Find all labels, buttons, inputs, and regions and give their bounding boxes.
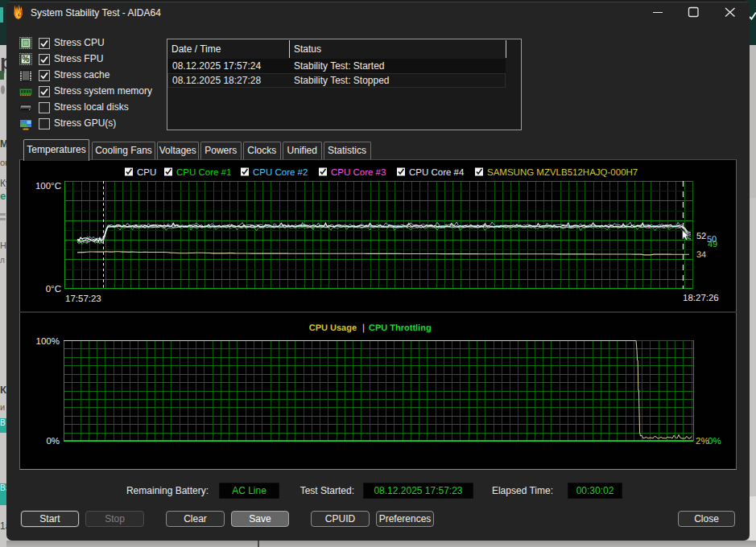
svg-text:52: 52	[696, 232, 706, 241]
svg-text:%: %	[23, 55, 30, 64]
svg-text:CPU Core #3: CPU Core #3	[331, 168, 386, 178]
svg-text:CPU Core #4: CPU Core #4	[409, 168, 465, 178]
svg-text:CPU Throttling: CPU Throttling	[369, 323, 432, 333]
svg-text:18:27:26: 18:27:26	[683, 294, 719, 303]
svg-text:|: |	[362, 323, 365, 333]
svg-text:CPU Core #2: CPU Core #2	[253, 168, 308, 178]
svg-text:0°C: 0°C	[46, 285, 61, 294]
svg-text:0%: 0%	[46, 437, 60, 446]
svg-text:0%: 0%	[708, 437, 721, 446]
svg-text:CPU Core #1: CPU Core #1	[176, 168, 231, 178]
svg-text:CPU: CPU	[137, 168, 156, 178]
svg-text:100°C: 100°C	[35, 182, 61, 191]
svg-text:17:57:23: 17:57:23	[65, 294, 101, 304]
svg-text:100%: 100%	[36, 337, 60, 347]
svg-text:SAMSUNG MZVLB512HAJQ-000H7: SAMSUNG MZVLB512HAJQ-000H7	[487, 168, 638, 178]
svg-text:CPU Usage: CPU Usage	[309, 323, 357, 333]
svg-text:49: 49	[708, 240, 717, 249]
svg-text:34: 34	[696, 250, 706, 260]
